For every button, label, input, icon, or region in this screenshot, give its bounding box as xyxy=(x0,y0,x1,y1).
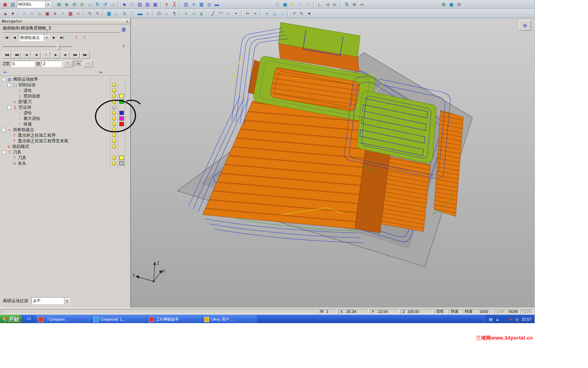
settings-icon[interactable]: ⊛ xyxy=(351,1,358,8)
tree-expander[interactable]: - xyxy=(2,128,6,132)
tree-label[interactable]: 局部运动效率 xyxy=(13,76,38,82)
color-swatch[interactable] xyxy=(119,100,124,104)
visibility-bulb-icon[interactable] xyxy=(112,161,116,165)
tree-label[interactable]: 显示块之前加工程序 xyxy=(18,132,56,138)
visibility-bulb-icon[interactable] xyxy=(112,116,116,121)
filter-faces-icon[interactable]: ▦ xyxy=(67,10,74,17)
wireframe-display-icon[interactable]: □ xyxy=(128,1,136,8)
z-level-input[interactable] xyxy=(11,61,35,67)
color-swatch[interactable] xyxy=(119,94,124,98)
surface-analysis-icon[interactable]: ≈ xyxy=(182,10,190,17)
pick-add-icon[interactable]: ✎ xyxy=(86,10,93,17)
circle-tool-icon[interactable]: ○ xyxy=(225,10,232,17)
play-forward-button[interactable]: ▶ xyxy=(51,52,60,59)
trace-mode-combo[interactable]: 根据轨迹点▼ xyxy=(19,34,50,41)
tree-expander[interactable]: - xyxy=(7,105,11,109)
fast-forward-button[interactable]: ▶▶ xyxy=(71,52,80,59)
lamp-icon[interactable]: ☼ xyxy=(304,1,312,8)
shaded-display-icon[interactable]: ■ xyxy=(121,1,128,8)
normal-icon[interactable]: ↑ xyxy=(279,10,286,17)
to-end-button[interactable]: ▶▶ xyxy=(80,52,90,59)
tree-label[interactable]: 空运动 xyxy=(19,104,31,110)
forward-icon[interactable]: ▶ xyxy=(331,1,339,8)
select-cursor-icon[interactable]: ▲ xyxy=(1,10,9,17)
measure-icon[interactable]: ∅ xyxy=(155,10,163,17)
trim-icon[interactable]: ✂ xyxy=(244,10,251,17)
stack-icon[interactable]: ▣ xyxy=(448,1,455,8)
visibility-bulb-icon[interactable] xyxy=(112,94,116,98)
rewind-button[interactable]: ◀◀ xyxy=(12,52,21,59)
keyboard-icon[interactable]: ▤ xyxy=(9,1,16,8)
selection-mode-dropdown-icon[interactable]: ▾ xyxy=(9,10,16,17)
tree-expander[interactable]: - xyxy=(2,77,6,81)
curvature-icon[interactable]: ∩ xyxy=(190,10,197,17)
start-button[interactable]: 开始 xyxy=(0,315,22,323)
previous-page-icon[interactable]: ⇐ xyxy=(1,69,9,76)
step-backward-button[interactable]: ◀ xyxy=(22,52,31,59)
pick-cursor-icon[interactable]: ▲ xyxy=(74,61,83,67)
keyboard-tray-icon[interactable]: ▤ xyxy=(488,317,493,322)
trace-slider-thumb[interactable] xyxy=(57,44,60,50)
viewport-3d[interactable]: Z Y X ⊛ xyxy=(131,18,534,308)
color-swatch[interactable] xyxy=(119,161,124,165)
trace-slider[interactable] xyxy=(3,46,72,48)
light-off-icon[interactable]: ○ xyxy=(297,1,304,8)
visibility-bulb-icon[interactable] xyxy=(112,105,116,109)
info-icon[interactable]: i xyxy=(144,10,151,17)
transparent-display-icon[interactable]: ▨ xyxy=(144,1,151,8)
link-icon[interactable]: ∞ xyxy=(358,1,366,8)
arc-tool-icon[interactable]: ◠ xyxy=(217,10,224,17)
section-view-icon[interactable]: ╳ xyxy=(171,1,178,8)
color-swatch[interactable] xyxy=(119,122,124,126)
slider-mark-icon[interactable]: T xyxy=(120,43,127,50)
visibility-bulb-icon[interactable] xyxy=(112,111,116,115)
filter-surfaces-icon[interactable]: ◇ xyxy=(36,10,43,17)
pen-style-icon[interactable]: ✎ xyxy=(298,10,305,17)
taskbar-task[interactable]: UKey 用户 ... xyxy=(202,315,257,323)
color-swatch[interactable] xyxy=(119,111,124,115)
play-backward-button[interactable]: ◀ xyxy=(31,52,41,59)
line-tool-icon[interactable]: ╱ xyxy=(209,10,217,17)
previous-view-icon[interactable]: ↺ xyxy=(102,1,109,8)
add-window-icon[interactable]: ⊞ xyxy=(440,1,447,8)
tree-label[interactable]: 切削运动 xyxy=(19,82,35,88)
procedure-table-icon[interactable]: ▦ xyxy=(120,26,127,33)
tools-icon[interactable]: ⊠ xyxy=(455,1,463,8)
visibility-bulb-icon[interactable] xyxy=(112,100,116,104)
visibility-bulb-icon[interactable] xyxy=(112,88,116,93)
visibility-bulb-icon[interactable] xyxy=(112,128,116,132)
model-combo[interactable]: MODEL▼ xyxy=(17,1,51,8)
filter-solids-icon[interactable]: ▣ xyxy=(44,10,51,17)
ucs-icon[interactable]: ∟ xyxy=(316,1,323,8)
tree-label[interactable]: 进/退刀 xyxy=(18,99,31,105)
antivirus-tray-icon[interactable]: ● xyxy=(507,317,513,322)
color-swatch[interactable] xyxy=(119,156,124,160)
fast-rewind-button[interactable]: ◀◀ xyxy=(2,52,11,59)
visibility-bulb-icon[interactable] xyxy=(112,122,116,126)
chevron-down-icon[interactable]: ▼ xyxy=(64,298,70,304)
chevron-down-icon[interactable]: ▼ xyxy=(44,34,49,41)
view-orientation-button[interactable]: ⊛ xyxy=(519,20,531,30)
sort-icon[interactable]: ⇅ xyxy=(343,1,350,8)
draft-analysis-icon[interactable]: ∠ xyxy=(198,10,205,17)
tree-label[interactable]: 进给 xyxy=(23,110,32,116)
tile-windows-icon[interactable]: ▣ xyxy=(281,1,289,8)
desktop-icon[interactable]: ▭ xyxy=(25,315,33,322)
zoom-out-icon[interactable]: ⊖ xyxy=(71,1,78,8)
vector-icon[interactable]: ↗ xyxy=(290,10,298,17)
tree-label[interactable]: 显示块之后加工程序至末尾 xyxy=(18,138,68,144)
tree-label[interactable]: 刀具 xyxy=(13,149,21,155)
chevron-down-icon[interactable]: ▼ xyxy=(45,1,51,7)
screen-toggle-icon[interactable]: ▬ xyxy=(136,10,144,17)
next-page-icon[interactable]: ⇒ xyxy=(97,69,104,76)
ime-tray-icon[interactable]: ◎ xyxy=(514,317,519,322)
tree-expander[interactable]: - xyxy=(2,150,6,154)
visibility-bulb-icon[interactable] xyxy=(112,139,116,143)
tree-label[interactable]: 层间连接 xyxy=(23,93,40,99)
go-first-button[interactable]: |◀ xyxy=(3,34,10,41)
snapshot-icon[interactable]: ◎ xyxy=(205,1,213,8)
points-toggle-icon[interactable]: ∵ xyxy=(128,10,136,17)
ucs-xyz-icon[interactable]: ⊥ xyxy=(271,10,278,17)
step-forward-button[interactable]: ▶ xyxy=(61,52,70,59)
visibility-bulb-icon[interactable] xyxy=(112,133,116,137)
